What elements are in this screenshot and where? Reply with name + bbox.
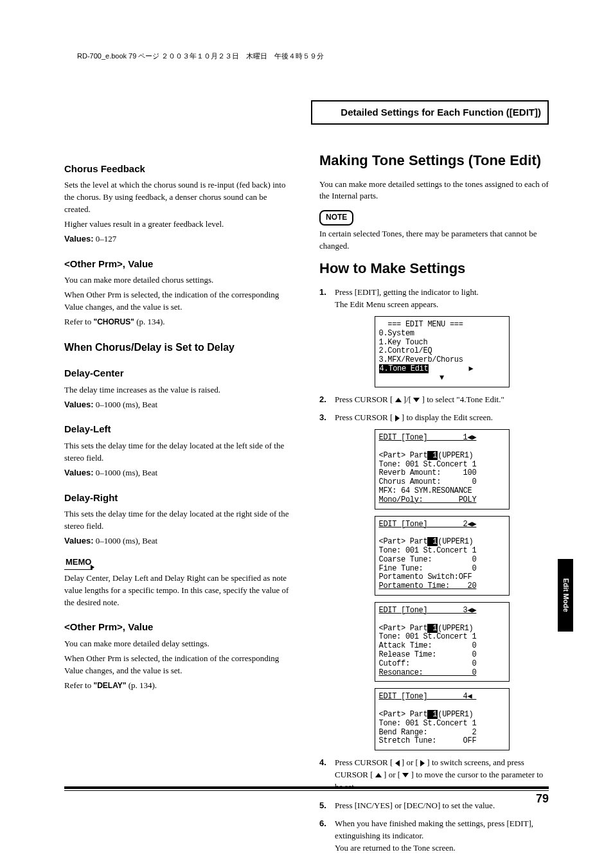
section-title-text: Detailed Settings for Each Function ([ED… [341,107,541,118]
lcd3-l6: Portamento Switch:OFF [379,572,472,581]
ref-quote: "DELAY" [93,681,126,690]
lcd4-l7: Resonance: 0 [379,668,477,677]
step-4-d: ] or [ [382,770,403,779]
step-2-post: ] to select "4.Tone Edit." [420,394,504,404]
lcd3-l7: Portamento Time: 20 [379,581,477,590]
lcd2-l3: Tone: 001 St.Concert 1 [379,460,477,469]
step-1: Press [EDIT], getting the indicator to l… [319,287,549,387]
ref-pre: Refer to [64,680,93,690]
lcd-screen-4: EDIT [Tone] 3◀▶ <Part> Part 1(UPPER1) To… [375,602,510,682]
delay-right-heading: Delay-Right [64,491,294,505]
lcd1-l3: 1.Key Touch [379,338,428,347]
lcd1-l2: 0.System [379,329,414,338]
other-prm-2-ref: Refer to "DELAY" (p. 134). [64,680,294,692]
ref-pre: Refer to [64,317,93,326]
lcd1-l5: 3.MFX/Reverb/Chorus [379,355,463,364]
lcd3-l4: Coarse Tune: 0 [379,555,477,564]
lcd4-l4: Attack Time: 0 [379,641,477,650]
memo-label: MEMO [64,556,93,570]
cursor-up-icon [375,773,382,777]
lcd5-l2b: (UPPER1) [438,710,473,719]
lcd2-l7: Mono/Poly: POLY [379,495,477,504]
lcd3-l2a: <Part> Part [379,537,428,546]
lcd5-l4: Bend Range: 2 [379,728,477,737]
step-5: Press [INC/YES] or [DEC/NO] to set the v… [319,800,549,812]
lcd2-l4: Reverb Amount: 100 [379,468,477,477]
delay-right-p1: This sets the delay time for the delay l… [64,508,294,533]
step-1-line-a: Press [EDIT], getting the indicator to l… [335,287,479,297]
making-tone-heading: Making Tone Settings (Tone Edit) [319,150,549,171]
chorus-feedback-p1: Sets the level at which the chorus sound… [64,179,294,216]
footer-rule [64,786,549,791]
lcd-screen-1: === EDIT MENU === 0.System 1.Key Touch 2… [375,316,510,387]
steps-list: Press [EDIT], getting the indicator to l… [319,287,549,855]
making-tone-p1: You can make more detailed settings to t… [319,179,549,203]
lcd1-arrow-down-icon: ▼ [379,374,505,383]
step-2-pre: Press CURSOR [ [335,394,395,404]
values-value: 0–1000 (ms), Beat [96,536,157,545]
chorus-feedback-p2: Higher values result in a greater feedba… [64,218,294,231]
other-prm-1-p2: When Other Prm is selected, the indicati… [64,289,294,314]
lcd-screen-2: EDIT [Tone] 1◀▶ <Part> Part 1(UPPER1) To… [375,429,510,509]
lcd4-part-badge: 1 [427,624,438,633]
other-prm-1-ref: Refer to "CHORUS" (p. 134). [64,316,294,328]
section-title: Detailed Settings for Each Function ([ED… [311,100,549,125]
delay-left-values: Values: 0–1000 (ms), Beat [64,467,294,479]
lcd2-l2a: <Part> Part [379,451,428,460]
step-4-b: ] or [ [400,757,421,767]
lcd2-l6: MFX: 64 SYM.RESONANCE [379,486,472,495]
book-header-line: RD-700_e.book 79 ページ ２００３年１０月２３日 木曜日 午後４… [77,51,549,62]
lcd4-l2b: (UPPER1) [438,624,473,633]
cursor-down-icon [402,773,409,777]
step-6-line-b: You are returned to the Tone screen. [335,843,456,853]
right-column: Making Tone Settings (Tone Edit) You can… [319,150,549,861]
ref-quote: "CHORUS" [93,317,134,326]
step-5-text: Press [INC/YES] or [DEC/NO] to set the v… [335,801,495,810]
lcd3-l5: Fine Tune: 0 [379,564,477,573]
delay-left-heading: Delay-Left [64,422,294,436]
lcd1-l4: 2.Control/EQ [379,346,432,355]
step-3: Press CURSOR [ ] to display the Edit scr… [319,412,549,750]
lcd1-l6a: 4.Tone Edit [379,364,429,373]
other-prm-2-heading: <Other Prm>, Value [64,620,294,634]
lcd1-l1: === EDIT MENU === [379,320,463,329]
step-3-pre: Press CURSOR [ [335,412,395,422]
lcd2-l2b: (UPPER1) [438,451,473,460]
lcd-screen-3: EDIT [Tone] 2◀▶ <Part> Part 1(UPPER1) To… [375,516,510,596]
lcd5-l1: EDIT [Tone] 4◀ [379,693,505,702]
lcd-screen-5: EDIT [Tone] 4◀ <Part> Part 1(UPPER1) Ton… [375,688,510,750]
delay-left-p1: This sets the delay time for the delay l… [64,440,294,465]
book-header-text: RD-700_e.book 79 ページ ２００３年１０月２３日 木曜日 午後４… [77,52,324,60]
step-3-post: ] to display the Edit screen. [400,412,493,422]
note-label: NOTE [319,210,353,225]
values-value: 0–127 [96,234,117,244]
lcd4-l5: Release Time: 0 [379,650,477,659]
other-prm-2-p1: You can make more detailed delay setting… [64,638,294,650]
step-1-line-b: The Edit Menu screen appears. [335,299,438,309]
lcd4-l6: Cutoff: 0 [379,659,477,668]
lcd5-part-badge: 1 [427,710,438,719]
lcd3-part-badge: 1 [427,537,438,546]
chorus-feedback-values: Values: 0–127 [64,233,294,245]
lcd2-part-badge: 1 [427,451,438,460]
step-2: Press CURSOR [ ]/[ ] to select "4.Tone E… [319,394,549,406]
values-label: Values: [64,468,94,477]
step-4-a: Press CURSOR [ [335,757,395,767]
cursor-up-icon [395,398,402,402]
delay-center-heading: Delay-Center [64,366,294,380]
lcd1-l6b: ▶ [429,364,473,373]
lcd3-l2b: (UPPER1) [438,537,473,546]
step-2-mid: ]/[ [402,394,414,404]
lcd5-l3: Tone: 001 St.Concert 1 [379,719,477,728]
chorus-feedback-heading: Chorus Feedback [64,162,294,176]
cursor-left-icon [395,760,400,766]
lcd4-l3: Tone: 001 St.Concert 1 [379,632,477,641]
lcd2-l1: EDIT [Tone] 1◀▶ [379,434,505,443]
delay-center-values: Values: 0–1000 (ms), Beat [64,399,294,411]
left-column: Chorus Feedback Sets the level at which … [64,150,294,861]
step-6-line-a: When you have finished making the settin… [335,819,533,840]
lcd5-l2a: <Part> Part [379,710,428,719]
lcd4-l1: EDIT [Tone] 3◀▶ [379,607,505,616]
delay-center-p1: The delay time increases as the value is… [64,384,294,396]
lcd2-l5: Chorus Amount: 0 [379,477,477,486]
